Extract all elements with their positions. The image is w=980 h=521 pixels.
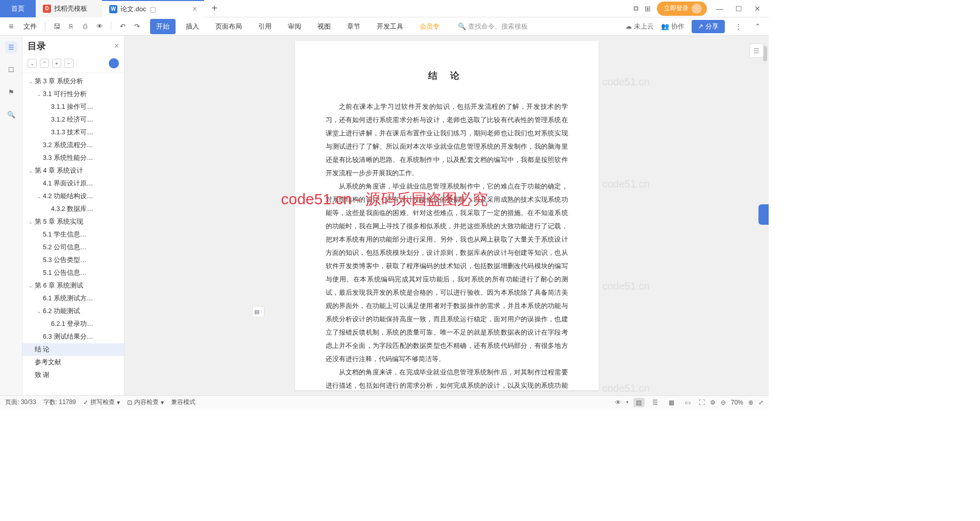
side-tab[interactable]	[758, 204, 769, 225]
tab-document[interactable]: W 论文.doc ▢ ×	[102, 0, 204, 17]
add-icon[interactable]: +	[52, 59, 61, 68]
ribbon-start[interactable]: 开始	[150, 19, 176, 34]
content-check[interactable]: ⊡ 内容检查 ▾	[127, 398, 164, 407]
file-menu[interactable]: 文件	[20, 22, 40, 31]
dot-icon[interactable]: •	[626, 399, 628, 406]
collapse-all-icon[interactable]: ⌄	[28, 59, 37, 68]
ribbon-view[interactable]: 视图	[311, 19, 337, 34]
ribbon-insert[interactable]: 插入	[180, 19, 205, 34]
chevron-down-icon[interactable]: ⌄	[29, 79, 35, 84]
eye-icon[interactable]: 👁	[615, 399, 621, 406]
tree-item[interactable]: 5.3 公告类型…	[22, 254, 124, 267]
tree-item[interactable]: 3.1.3 技术可…	[22, 126, 124, 139]
close-icon[interactable]: ×	[114, 41, 119, 51]
tree-item[interactable]: 4.1 界面设计原…	[22, 177, 124, 190]
zoom-out-icon[interactable]: ⊖	[721, 399, 726, 406]
tree-item[interactable]: 4.3.2 数据库…	[22, 203, 124, 216]
collaborate-button[interactable]: 👥 协作	[661, 22, 684, 31]
settings-icon[interactable]: ⚙	[710, 399, 716, 406]
tree-item[interactable]: ⌄3.1 可行性分析	[22, 88, 124, 101]
new-tab-button[interactable]: +	[204, 3, 225, 14]
chevron-down-icon[interactable]: ⌄	[37, 309, 43, 314]
toolbox-icon[interactable]: ☐	[5, 63, 17, 76]
zoom-in-icon[interactable]: ⊕	[748, 399, 753, 406]
tree-item[interactable]: ⌄6.2 功能测试	[22, 305, 124, 318]
ribbon-pagelayout[interactable]: 页面布局	[209, 19, 248, 34]
tab-template[interactable]: D 找稻壳模板	[36, 0, 102, 17]
tree-item[interactable]: 6.1 系统测试方…	[22, 292, 124, 305]
preview-icon[interactable]: 👁	[93, 20, 106, 33]
chevron-down-icon[interactable]: ⌄	[37, 194, 43, 199]
maximize-icon[interactable]: ☐	[732, 5, 745, 13]
separator	[45, 22, 45, 31]
print-icon[interactable]: ⎙	[79, 20, 91, 33]
login-button[interactable]: 立即登录	[657, 2, 707, 16]
chevron-down-icon[interactable]: ⌄	[29, 168, 35, 174]
outline-tree[interactable]: ⌄第 3 章 系统分析⌄3.1 可行性分析3.1.1 操作可…3.1.2 经济可…	[22, 73, 124, 395]
tree-item[interactable]: 3.2 系统流程分…	[22, 139, 124, 152]
word-count[interactable]: 字数: 11789	[43, 398, 76, 407]
tree-item[interactable]: 3.3 系统性能分…	[22, 152, 124, 164]
restore-icon[interactable]: ▢	[150, 5, 156, 13]
undo-icon[interactable]: ↶	[116, 20, 129, 33]
fit-icon[interactable]: ⛶	[699, 399, 705, 406]
close-window-icon[interactable]: ✕	[751, 5, 764, 13]
share-button[interactable]: ↗ 分享	[692, 20, 725, 33]
tree-item[interactable]: 5.1 学生信息…	[22, 228, 124, 241]
ribbon-references[interactable]: 引用	[252, 19, 278, 34]
panel-icon[interactable]: ⧉	[633, 4, 639, 13]
tree-item[interactable]: ⌄第 6 章 系统测试	[22, 279, 124, 292]
scroll-thumb[interactable]	[763, 46, 767, 61]
tree-item[interactable]: ⌄第 5 章 系统实现	[22, 216, 124, 228]
view-read[interactable]: ▭	[682, 398, 694, 407]
page-count[interactable]: 页面: 30/33	[5, 398, 36, 407]
ribbon-devtools[interactable]: 开发工具	[371, 19, 409, 34]
minimize-icon[interactable]: —	[713, 5, 726, 13]
tree-item[interactable]: ⌄第 4 章 系统设计	[22, 164, 124, 177]
chevron-down-icon[interactable]: ⌄	[29, 219, 35, 225]
tree-item[interactable]: 致 谢	[22, 369, 124, 382]
expand-all-icon[interactable]: ⌃	[40, 59, 49, 68]
apps-icon[interactable]: ⊞	[645, 5, 651, 13]
tree-item[interactable]: ⌄第 3 章 系统分析	[22, 75, 124, 88]
fullscreen-icon[interactable]: ⤢	[758, 399, 764, 406]
cloud-status[interactable]: ☁ 未上云	[625, 22, 654, 31]
export-icon[interactable]: ⎘	[65, 20, 77, 33]
bookmark-icon[interactable]: ⚑	[5, 86, 17, 98]
hamburger-icon[interactable]: ≡	[5, 20, 17, 33]
tree-item[interactable]: 5.1 公告信息…	[22, 267, 124, 279]
tab-home[interactable]: 首页	[0, 0, 36, 17]
ribbon-sections[interactable]: 章节	[341, 19, 366, 34]
view-outline[interactable]: ☰	[650, 398, 661, 407]
outline-icon[interactable]: ☰	[5, 41, 17, 53]
sync-badge-icon[interactable]	[109, 58, 119, 68]
tree-item[interactable]: 6.3 测试结果分…	[22, 330, 124, 343]
chevron-down-icon[interactable]: ⌄	[29, 283, 35, 289]
tree-item[interactable]: 参考文献	[22, 356, 124, 369]
page-marker[interactable]: ▤ ·	[252, 306, 264, 317]
zoom-level[interactable]: 70%	[731, 399, 743, 406]
command-search[interactable]: 🔍 查找命令、搜索模板	[458, 22, 528, 31]
remove-icon[interactable]: −	[64, 59, 74, 68]
close-icon[interactable]: ×	[192, 5, 197, 14]
tree-item[interactable]: 5.2 公司信息…	[22, 241, 124, 254]
tree-item[interactable]: 3.1.1 操作可…	[22, 101, 124, 113]
ribbon-review[interactable]: 审阅	[282, 19, 307, 34]
chevron-down-icon[interactable]: ⌄	[37, 91, 43, 97]
chevron-up-icon[interactable]: ⌃	[751, 20, 764, 33]
right-panel-toggle[interactable]: ☰	[749, 43, 764, 58]
find-icon[interactable]: 🔍	[5, 108, 17, 121]
save-icon[interactable]: 🖫	[51, 20, 63, 33]
ribbon-vip[interactable]: 会员专	[413, 19, 446, 34]
tree-item[interactable]: 6.2.1 登录功…	[22, 318, 124, 330]
compat-mode[interactable]: 兼容模式	[171, 398, 195, 407]
document-area[interactable]: code51.cn code51.cn code51.cn code51.cn …	[125, 36, 769, 395]
redo-icon[interactable]: ↷	[131, 20, 143, 33]
view-web[interactable]: ▦	[666, 398, 677, 407]
tree-item[interactable]: 3.1.2 经济可…	[22, 113, 124, 126]
tree-item[interactable]: 结 论	[22, 343, 124, 356]
spell-check[interactable]: ✓ 拼写检查 ▾	[83, 398, 120, 407]
view-page[interactable]: ▤	[633, 398, 645, 407]
tree-item[interactable]: ⌄4.2 功能结构设…	[22, 190, 124, 203]
more-icon[interactable]: ⋮	[732, 20, 744, 33]
